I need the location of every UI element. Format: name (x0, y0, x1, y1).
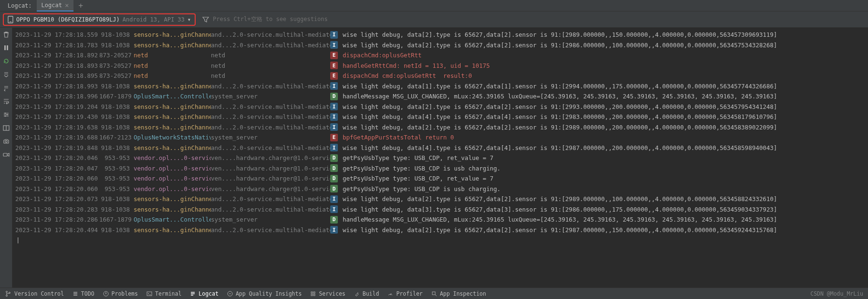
app-inspection-tab[interactable]: App Inspection (431, 290, 486, 297)
log-row[interactable]: 2023-11-29 17:28:20.046953-953vendor.opl… (15, 153, 865, 163)
level-badge: D (330, 164, 338, 172)
level-badge: D (330, 216, 338, 224)
screenshot-icon[interactable] (2, 138, 10, 145)
insights-icon (227, 291, 233, 297)
log-row[interactable]: 2023-11-29 17:28:18.895873-20527netdnetd… (15, 71, 865, 81)
timestamp: 2023-11-29 17:28:20.073 (15, 194, 99, 204)
branch-icon (5, 290, 11, 297)
level-badge: I (330, 103, 338, 110)
log-row[interactable]: 2023-11-29 17:28:19.204918-1038sensors-h… (15, 102, 865, 112)
tag: vendor.opl....0-service (134, 184, 211, 194)
filter-input[interactable]: Press Ctrl+空格 to see suggestions (199, 15, 328, 23)
timestamp: 2023-11-29 17:28:18.996 (15, 91, 99, 102)
tab-logcat[interactable]: Logcat × (37, 0, 74, 11)
log-row[interactable]: 2023-11-29 17:28:19.430918-1038sensors-h… (15, 112, 865, 122)
split-icon[interactable] (2, 124, 10, 132)
svg-rect-22 (432, 292, 435, 295)
problems-tab[interactable]: Problems (103, 290, 138, 297)
message: handleMessage MSG_LUX_CHANGED, mLux:245.… (343, 214, 865, 225)
services-tab[interactable]: Services (310, 290, 345, 297)
pid-tid: 918-1038 (99, 81, 134, 92)
log-row[interactable]: 2023-11-29 17:28:20.060953-953vendor.opl… (15, 184, 865, 194)
app-name: system_server (211, 91, 330, 102)
app-name: and...2.0-service.multihal-mediatek (211, 194, 330, 204)
log-row[interactable]: 2023-11-29 17:28:18.9961667-1879OplusSma… (15, 91, 865, 102)
timestamp: 2023-11-29 17:28:18.893 (15, 61, 99, 71)
profiler-tab[interactable]: Profiler (387, 290, 422, 297)
log-row[interactable]: 2023-11-29 17:28:19.638918-1038sensors-h… (15, 122, 865, 133)
log-row[interactable]: 2023-11-29 17:28:18.783918-1038sensors-h… (15, 40, 865, 51)
version-control-tab[interactable]: Version Control (5, 290, 64, 297)
filter-placeholder: Press Ctrl+空格 to see suggestions (213, 15, 328, 23)
app-name: and...2.0-service.multihal-mediatek (211, 112, 330, 122)
log-row[interactable]: 2023-11-29 17:28:20.073918-1038sensors-h… (15, 194, 865, 204)
record-icon[interactable] (2, 151, 10, 159)
svg-point-13 (6, 295, 8, 296)
log-row[interactable]: 2023-11-29 17:28:20.060953-953vendor.opl… (15, 173, 865, 184)
device-selector[interactable]: OPPO PGBM10 (D6FQIZIB6PTO89LJ) Android 1… (3, 13, 196, 26)
log-row[interactable]: 2023-11-29 17:28:18.892873-20527netdnetd… (15, 50, 865, 61)
app-name: and...2.0-service.multihal-mediatek (211, 143, 330, 153)
bottom-bar: Version Control TODO Problems Terminal L… (0, 288, 868, 299)
add-tab-button[interactable]: + (73, 1, 88, 10)
timestamp: 2023-11-29 17:28:18.895 (15, 71, 99, 81)
level-badge: D (330, 93, 338, 100)
app-quality-tab[interactable]: App Quality Insights (227, 290, 302, 297)
todo-tab[interactable]: TODO (73, 290, 94, 297)
settings-icon[interactable] (2, 111, 10, 118)
log-row[interactable]: 2023-11-29 17:28:18.993918-1038sensors-h… (15, 81, 865, 92)
log-row[interactable]: 2023-11-29 17:28:20.494918-1038sensors-h… (15, 225, 865, 235)
wrap-icon[interactable] (2, 97, 10, 105)
filter-icon (202, 16, 209, 23)
pid-tid: 1667-2123 (99, 132, 134, 143)
level-badge: I (330, 144, 338, 151)
logcat-icon (190, 291, 196, 297)
trash-icon[interactable] (2, 31, 10, 38)
pid-tid: 1667-1879 (99, 91, 134, 102)
app-name: netd (211, 61, 330, 71)
log-row[interactable]: 2023-11-29 17:28:18.893873-20527netdnetd… (15, 61, 865, 71)
app-name: ven....hardware.charger@1.0-service (211, 184, 330, 194)
app-name: and...2.0-service.multihal-mediatek (211, 122, 330, 133)
level-badge: I (330, 205, 338, 213)
close-icon[interactable]: × (65, 1, 69, 9)
level-badge: I (330, 82, 338, 90)
log-row[interactable]: 2023-11-29 17:28:20.283918-1038sensors-h… (15, 204, 865, 215)
log-pane[interactable]: 2023-11-29 17:28:18.559918-1038sensors-h… (12, 28, 868, 288)
prev-icon[interactable] (2, 84, 10, 92)
svg-rect-1 (10, 21, 11, 22)
restart-icon[interactable] (2, 57, 10, 65)
svg-rect-2 (4, 45, 6, 50)
log-row[interactable]: 2023-11-29 17:28:20.2861667-1879OplusSma… (15, 214, 865, 225)
log-row[interactable]: 2023-11-29 17:28:19.6881667-2123OplusNet… (15, 132, 865, 143)
pid-tid: 918-1038 (99, 122, 134, 133)
logcat-tab[interactable]: Logcat (190, 290, 219, 297)
pid-tid: 1667-1879 (99, 214, 134, 225)
log-row[interactable]: 2023-11-29 17:28:18.559918-1038sensors-h… (15, 30, 865, 40)
svg-rect-20 (311, 294, 313, 296)
message: wise light debug, data[2].type is 65627,… (343, 122, 865, 133)
timestamp: 2023-11-29 17:28:20.283 (15, 204, 99, 215)
level-badge: I (330, 195, 338, 203)
level-badge: I (330, 113, 338, 121)
svg-rect-21 (314, 294, 315, 296)
log-row[interactable]: 2023-11-29 17:28:19.848918-1038sensors-h… (15, 143, 865, 153)
level-badge: I (330, 123, 338, 131)
pid-tid: 873-20527 (99, 61, 134, 71)
tag: OplusSmart...Controller (134, 214, 211, 225)
terminal-tab[interactable]: Terminal (146, 290, 181, 297)
pause-icon[interactable] (2, 44, 10, 52)
tag: sensors-ha...ginChannel (134, 81, 211, 92)
message: bpfGetAppPurStatsTotal return 0 (343, 132, 865, 143)
phone-icon (8, 16, 13, 23)
scroll-end-icon[interactable] (2, 71, 10, 78)
message: wise light debug, data[2].type is 65627,… (343, 225, 865, 235)
build-tab[interactable]: Build (354, 290, 379, 297)
timestamp: 2023-11-29 17:28:19.430 (15, 112, 99, 122)
level-badge: E (330, 62, 338, 69)
tag: netd (134, 71, 211, 81)
tag: netd (134, 61, 211, 71)
chevron-down-icon: ▾ (188, 16, 191, 23)
pid-tid: 918-1038 (99, 30, 134, 40)
log-row[interactable]: 2023-11-29 17:28:20.047953-953vendor.opl… (15, 163, 865, 174)
